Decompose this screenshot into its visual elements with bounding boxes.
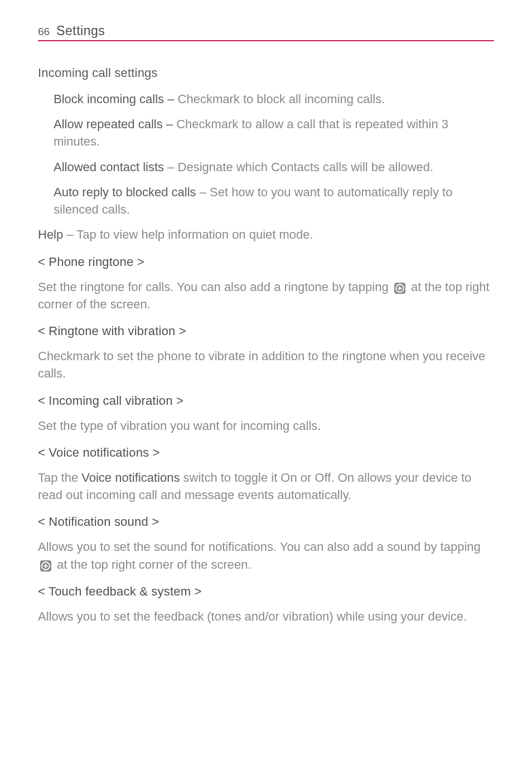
allowed-contacts-item: Allowed contact lists – Designate which … [54, 158, 494, 176]
page-header: 66 Settings [38, 23, 494, 41]
touch-feedback-desc: Allows you to set the feedback (tones an… [38, 608, 494, 625]
incoming-vibration-heading: < Incoming call vibration > [38, 394, 494, 408]
ringtone-vibration-heading: < Ringtone with vibration > [38, 324, 494, 338]
voice-notifications-desc: Tap the Voice notifications switch to to… [38, 469, 494, 503]
auto-reply-lead: Auto reply to blocked calls [54, 185, 196, 199]
help-lead: Help [38, 227, 63, 241]
voice-notifications-pre: Tap the [38, 471, 81, 485]
block-incoming-desc: Checkmark to block all incoming calls. [178, 92, 385, 106]
auto-reply-item: Auto reply to blocked calls – Set how to… [54, 183, 494, 218]
allow-repeated-lead: Allow repeated calls – [54, 117, 176, 131]
ringtone-vibration-desc: Checkmark to set the phone to vibrate in… [38, 347, 494, 382]
block-incoming-lead: Block incoming calls – [54, 92, 178, 106]
voice-notifications-heading: < Voice notifications > [38, 446, 494, 460]
notification-sound-heading: < Notification sound > [38, 515, 494, 529]
help-item: Help – Tap to view help information on q… [38, 226, 494, 243]
help-desc: – Tap to view help information on quiet … [63, 227, 313, 241]
plus-icon [40, 559, 52, 572]
incoming-vibration-desc: Set the type of vibration you want for i… [38, 417, 494, 434]
voice-notifications-lead: Voice notifications [81, 471, 180, 485]
plus-icon [394, 282, 406, 294]
touch-feedback-heading: < Touch feedback & system > [38, 584, 494, 599]
section-title: Settings [56, 23, 105, 38]
phone-ringtone-pre: Set the ringtone for calls. You can also… [38, 280, 392, 294]
allowed-contacts-desc: – Designate which Contacts calls will be… [164, 160, 433, 174]
allow-repeated-item: Allow repeated calls – Checkmark to allo… [54, 115, 494, 150]
phone-ringtone-desc: Set the ringtone for calls. You can also… [38, 278, 494, 313]
block-incoming-item: Block incoming calls – Checkmark to bloc… [54, 90, 494, 108]
incoming-call-settings-heading: Incoming call settings [38, 66, 494, 80]
notification-sound-pre: Allows you to set the sound for notifica… [38, 540, 481, 554]
allowed-contacts-lead: Allowed contact lists [54, 160, 164, 174]
phone-ringtone-heading: < Phone ringtone > [38, 255, 494, 269]
page-number: 66 [38, 26, 50, 38]
notification-sound-post: at the top right corner of the screen. [54, 558, 252, 572]
notification-sound-desc: Allows you to set the sound for notifica… [38, 538, 494, 573]
